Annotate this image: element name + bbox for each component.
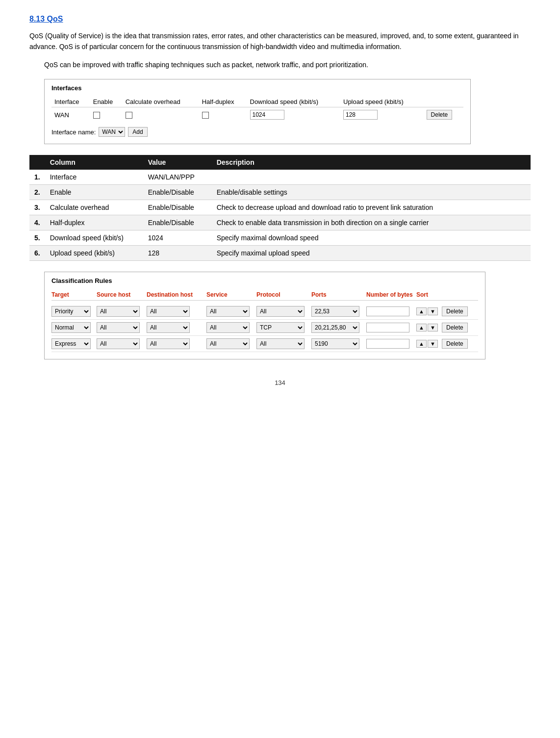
row-description: Specify maximal download speed xyxy=(212,230,531,246)
sort-up-button[interactable]: ▲ xyxy=(416,307,427,315)
row-column: Half-duplex xyxy=(45,215,143,230)
delete-cell: Delete xyxy=(442,306,476,316)
enable-checkbox[interactable] xyxy=(93,112,100,119)
col-calculate-overhead: Calculate overhead xyxy=(123,97,199,107)
source-host-select[interactable]: All xyxy=(97,322,140,333)
source-host-select[interactable]: All xyxy=(97,338,140,349)
class-col-action xyxy=(442,291,476,298)
row-column: Enable xyxy=(45,185,143,200)
row-value: Enable/Disable xyxy=(143,200,212,215)
ports-select[interactable]: 5190 xyxy=(311,338,359,349)
row-description xyxy=(212,170,531,185)
bytes-input[interactable] xyxy=(366,323,409,332)
service-select[interactable]: All xyxy=(206,322,250,333)
add-interface-button[interactable]: Add xyxy=(128,127,147,137)
dest-host-select[interactable]: All xyxy=(147,338,190,349)
row-num: 2. xyxy=(29,185,45,200)
row-num: 1. xyxy=(29,170,45,185)
source-host-cell: All xyxy=(97,322,146,333)
overhead-checkbox[interactable] xyxy=(126,112,132,119)
sort-buttons: ▲ ▼ xyxy=(416,340,441,348)
protocol-select[interactable]: All xyxy=(256,338,305,349)
data-col-num xyxy=(29,155,45,170)
class-col-ports: Ports xyxy=(311,291,365,298)
download-speed-input[interactable] xyxy=(250,110,284,120)
interfaces-table: Interface Enable Calculate overhead Half… xyxy=(51,97,463,122)
dest-host-select[interactable]: All xyxy=(147,322,190,333)
row-num: 6. xyxy=(29,246,45,261)
upload-speed-input[interactable] xyxy=(343,110,378,120)
classification-panel-title: Classification Rules xyxy=(51,277,478,284)
target-select[interactable]: Normal xyxy=(51,322,91,333)
row-delete-button[interactable]: Delete xyxy=(442,339,468,349)
service-cell: All xyxy=(206,322,255,333)
classification-panel: Classification Rules Target Source host … xyxy=(44,272,485,359)
target-cell: Express xyxy=(51,338,96,349)
bytes-input[interactable] xyxy=(366,339,409,349)
sort-down-button[interactable]: ▼ xyxy=(428,340,438,348)
bytes-cell xyxy=(366,306,415,316)
page-title: 8.13 QoS xyxy=(29,15,531,24)
sort-buttons: ▲ ▼ xyxy=(416,324,441,331)
delete-cell: Delete xyxy=(442,323,476,332)
sort-down-button[interactable]: ▼ xyxy=(428,307,438,315)
col-action xyxy=(424,97,463,107)
interface-delete-button[interactable]: Delete xyxy=(427,110,453,120)
row-value: Enable/Disable xyxy=(143,185,212,200)
data-table: Column Value Description 1. Interface WA… xyxy=(29,155,531,261)
protocol-select[interactable]: TCP xyxy=(256,322,305,333)
sort-down-button[interactable]: ▼ xyxy=(428,324,438,331)
bytes-input[interactable] xyxy=(366,306,409,316)
class-col-dest: Destination host xyxy=(147,291,205,298)
service-cell: All xyxy=(206,306,255,317)
protocol-cell: TCP xyxy=(256,322,310,333)
interface-name-select[interactable]: WAN xyxy=(99,127,125,137)
row-description: Check to enable data transmission in bot… xyxy=(212,215,531,230)
col-upload-speed: Upload speed (kbit/s) xyxy=(340,97,424,107)
class-col-source: Source host xyxy=(97,291,146,298)
classification-rows: Priority All All All All xyxy=(51,304,478,352)
sort-up-button[interactable]: ▲ xyxy=(416,340,427,348)
service-select[interactable]: All xyxy=(206,306,250,317)
table-row: 1. Interface WAN/LAN/PPP xyxy=(29,170,531,185)
target-cell: Normal xyxy=(51,322,96,333)
service-select[interactable]: All xyxy=(206,338,250,349)
row-delete-button[interactable]: Delete xyxy=(442,323,468,332)
table-row: 4. Half-duplex Enable/Disable Check to e… xyxy=(29,215,531,230)
row-delete-button[interactable]: Delete xyxy=(442,306,468,316)
data-col-column: Column xyxy=(45,155,143,170)
class-col-bytes: Number of bytes xyxy=(366,291,415,298)
target-select[interactable]: Priority xyxy=(51,306,91,317)
ports-cell: 5190 xyxy=(311,338,365,349)
row-description: Specify maximal upload speed xyxy=(212,246,531,261)
row-value: Enable/Disable xyxy=(143,215,212,230)
table-row: 3. Calculate overhead Enable/Disable Che… xyxy=(29,200,531,215)
protocol-select[interactable]: All xyxy=(256,306,305,317)
dest-host-cell: All xyxy=(147,306,205,317)
page-number: 134 xyxy=(29,379,531,386)
row-value: 128 xyxy=(143,246,212,261)
table-row: 6. Upload speed (kbit/s) 128 Specify max… xyxy=(29,246,531,261)
ports-select[interactable]: 22,53 xyxy=(311,306,359,317)
row-column: Calculate overhead xyxy=(45,200,143,215)
source-host-cell: All xyxy=(97,338,146,349)
table-row: 2. Enable Enable/Disable Enable/disable … xyxy=(29,185,531,200)
source-host-select[interactable]: All xyxy=(97,306,140,317)
col-download-speed: Download speed (kbit/s) xyxy=(247,97,341,107)
dest-host-select[interactable]: All xyxy=(147,306,190,317)
ports-select[interactable]: 20,21,25,80 xyxy=(311,322,359,333)
ports-cell: 22,53 xyxy=(311,306,365,317)
sort-up-button[interactable]: ▲ xyxy=(416,324,427,331)
protocol-cell: All xyxy=(256,306,310,317)
row-column: Upload speed (kbit/s) xyxy=(45,246,143,261)
protocol-cell: All xyxy=(256,338,310,349)
halfduplex-checkbox[interactable] xyxy=(202,112,209,119)
service-cell: All xyxy=(206,338,255,349)
target-select[interactable]: Express xyxy=(51,338,91,349)
row-num: 5. xyxy=(29,230,45,246)
row-value: 1024 xyxy=(143,230,212,246)
row-num: 4. xyxy=(29,215,45,230)
interfaces-panel: Interfaces Interface Enable Calculate ov… xyxy=(44,79,471,144)
class-col-sort: Sort xyxy=(416,291,441,298)
row-value: WAN/LAN/PPP xyxy=(143,170,212,185)
